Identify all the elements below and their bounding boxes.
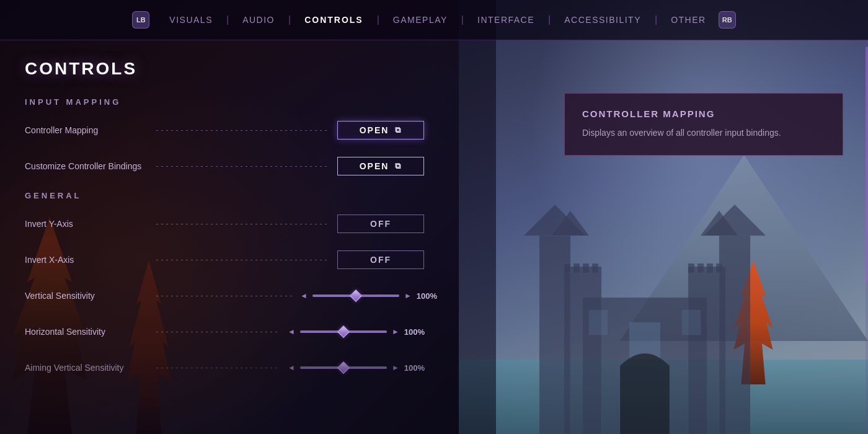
nav-divider-5: | [548, 14, 551, 25]
setting-label-invert-y: Invert Y-Axis [25, 219, 149, 229]
svg-rect-15 [707, 264, 713, 273]
controller-mapping-open-button[interactable]: OPEN ⧉ [337, 121, 424, 140]
invert-y-toggle-button[interactable]: OFF [337, 215, 424, 233]
external-link-icon-0: ⧉ [395, 125, 402, 135]
slider-arrow-right-2[interactable]: ► [392, 363, 399, 372]
setting-label-aiming-vertical: Aiming Vertical Sensitivity [25, 363, 149, 373]
setting-dots-aiming-vertical [156, 368, 280, 368]
open-button-label-1: OPEN [360, 161, 389, 171]
setting-dots-invert-x [156, 260, 330, 260]
main-content: CONTROLS INPUT MAPPING Controller Mappin… [0, 40, 496, 434]
setting-label-horizontal-sensitivity: Horizontal Sensitivity [25, 327, 149, 337]
slider-arrow-left-2[interactable]: ◄ [288, 363, 295, 372]
customize-bindings-open-button[interactable]: OPEN ⧉ [337, 157, 424, 175]
nav-item-interface[interactable]: INTERFACE [470, 10, 542, 30]
aiming-vertical-track[interactable] [300, 366, 387, 369]
nav-divider-1: | [226, 14, 229, 25]
section-header-general: GENERAL [25, 191, 471, 200]
vertical-sensitivity-thumb[interactable] [350, 290, 362, 302]
svg-rect-4 [719, 236, 750, 434]
setting-row-controller-mapping: Controller Mapping OPEN ⧉ [25, 119, 471, 141]
slider-arrow-left-1[interactable]: ◄ [288, 327, 295, 336]
nav-item-audio[interactable]: AUDIO [235, 10, 282, 30]
horizontal-sensitivity-slider-container: ◄ ► 100% [288, 327, 429, 337]
aiming-vertical-thumb[interactable] [337, 361, 350, 374]
aiming-vertical-value: 100% [404, 363, 429, 373]
info-panel-description: Displays an overview of all controller i… [582, 126, 825, 140]
left-bumper-button[interactable]: LB [132, 11, 149, 29]
scrollbar-thumb[interactable] [866, 46, 868, 283]
aiming-vertical-slider-container: ◄ ► 100% [288, 363, 429, 373]
setting-label-vertical-sensitivity: Vertical Sensitivity [25, 291, 149, 301]
info-panel-title: CONTROLLER MAPPING [582, 108, 825, 119]
setting-row-invert-y: Invert Y-Axis OFF [25, 213, 471, 235]
castle-decoration [490, 174, 800, 434]
setting-label-controller-mapping: Controller Mapping [25, 125, 149, 135]
section-header-input-mapping: INPUT MAPPING [25, 97, 471, 107]
right-bumper-button[interactable]: RB [719, 11, 736, 29]
nav-item-controls[interactable]: CONTROLS [297, 10, 371, 30]
svg-rect-16 [716, 264, 722, 273]
setting-label-invert-x: Invert X-Axis [25, 255, 149, 265]
setting-row-aiming-vertical: Aiming Vertical Sensitivity ◄ ► 100% [25, 356, 471, 379]
horizontal-sensitivity-thumb[interactable] [337, 326, 350, 338]
horizontal-sensitivity-track[interactable] [300, 330, 387, 333]
background-right [459, 0, 868, 434]
svg-rect-14 [698, 264, 704, 273]
nav-item-gameplay[interactable]: GAMEPLAY [386, 10, 455, 30]
svg-rect-9 [564, 264, 570, 273]
open-button-label-0: OPEN [360, 125, 389, 135]
setting-row-invert-x: Invert X-Axis OFF [25, 249, 471, 271]
nav-divider-6: | [655, 14, 657, 25]
svg-rect-19 [682, 310, 701, 335]
vertical-sensitivity-track[interactable] [312, 294, 399, 297]
horizontal-sensitivity-value: 100% [404, 327, 429, 337]
info-panel: CONTROLLER MAPPING Displays an overview … [564, 93, 843, 156]
page-title: CONTROLS [25, 59, 471, 79]
nav-divider-3: | [377, 14, 379, 25]
invert-x-toggle-button[interactable]: OFF [337, 250, 424, 269]
setting-label-customize-bindings: Customize Controller Bindings [25, 161, 149, 171]
external-link-icon-1: ⧉ [395, 161, 402, 171]
slider-arrow-left-0[interactable]: ◄ [300, 291, 308, 300]
svg-rect-10 [574, 264, 580, 273]
svg-rect-18 [589, 310, 608, 335]
scrollbar[interactable] [866, 40, 868, 434]
svg-rect-12 [592, 264, 598, 273]
vertical-sensitivity-value: 100% [417, 291, 441, 301]
svg-rect-13 [688, 264, 694, 273]
vertical-sensitivity-slider-container: ◄ ► 100% [300, 291, 441, 301]
slider-arrow-right-0[interactable]: ► [404, 291, 412, 300]
setting-dots-1 [156, 166, 330, 167]
setting-dots-0 [156, 130, 330, 131]
nav-item-visuals[interactable]: VISUALS [162, 10, 220, 30]
setting-row-vertical-sensitivity: Vertical Sensitivity ◄ ► 100% [25, 285, 471, 307]
nav-divider-4: | [461, 14, 464, 25]
setting-dots-horizontal-sensitivity [156, 332, 280, 332]
nav-bar: LB VISUALS | AUDIO | CONTROLS | GAMEPLAY… [0, 0, 868, 40]
setting-row-customize-bindings: Customize Controller Bindings OPEN ⧉ [25, 155, 471, 177]
slider-arrow-right-1[interactable]: ► [392, 327, 399, 336]
nav-divider-2: | [288, 14, 291, 25]
nav-item-accessibility[interactable]: ACCESSIBILITY [557, 10, 649, 30]
nav-item-other[interactable]: OTHER [663, 10, 714, 30]
setting-row-horizontal-sensitivity: Horizontal Sensitivity ◄ ► 100% [25, 321, 471, 343]
setting-dots-invert-y [156, 224, 330, 224]
setting-dots-vertical-sensitivity [156, 296, 293, 296]
svg-rect-11 [583, 264, 589, 273]
